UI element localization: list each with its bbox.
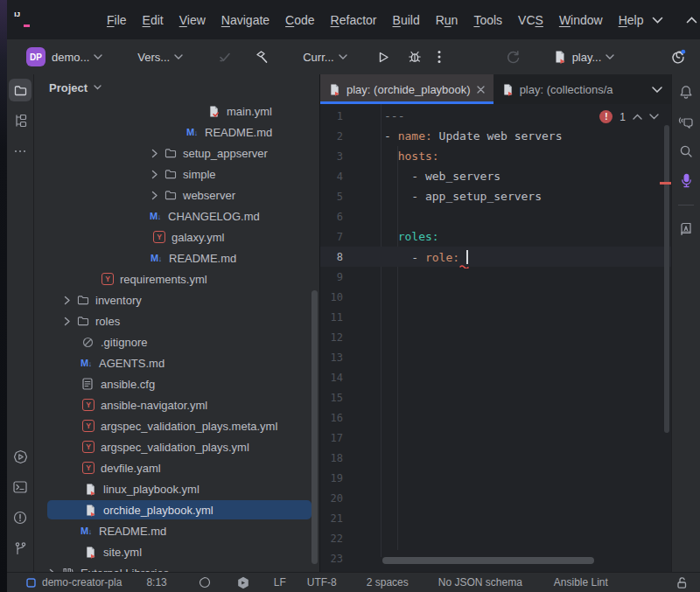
chevron-right-icon[interactable] (64, 296, 77, 305)
menu-code[interactable]: Code (277, 10, 322, 31)
editor-line-8[interactable]: 8 - role: (320, 247, 671, 267)
editor-line-20[interactable]: 20 (320, 488, 671, 508)
chevron-down-icon[interactable] (339, 54, 347, 59)
editor-line-19[interactable]: 19 (320, 468, 671, 488)
tree-item-site-yml[interactable]: site.yml (34, 541, 319, 562)
project-scrollbar[interactable] (312, 290, 318, 564)
tab-collections-playbook[interactable]: play: (collections/a (494, 74, 622, 104)
tree-item-orchide-playbook-yml[interactable]: orchide_playbook.yml (34, 499, 319, 520)
kebab-icon[interactable] (438, 50, 441, 64)
structure-icon[interactable] (9, 109, 32, 132)
chevron-right-icon[interactable] (64, 317, 77, 326)
project-panel-header[interactable]: Project (34, 74, 319, 101)
menu-view[interactable]: View (172, 10, 214, 31)
close-icon[interactable] (477, 86, 485, 94)
tree-item-roles[interactable]: roles (34, 310, 319, 331)
error-stripe-mark[interactable] (660, 182, 671, 185)
tree-item-inventory[interactable]: inventory (34, 289, 319, 310)
run-tool-icon[interactable] (9, 445, 32, 468)
dictionary-icon[interactable] (679, 222, 693, 236)
editor-line-15[interactable]: 15 (320, 387, 671, 407)
tree-item-argspec-validation-plays-yml[interactable]: Yargspec_validation_plays.yml (34, 436, 319, 457)
project-widget-label[interactable]: demo... (52, 51, 89, 64)
chevron-right-icon[interactable] (151, 149, 164, 158)
chevron-down-icon[interactable] (606, 54, 614, 59)
tree-item-agents-md[interactable]: M↓AGENTS.md (34, 352, 319, 373)
menu-refactor[interactable]: Refactor (323, 10, 385, 31)
more-icon[interactable] (9, 140, 32, 163)
editor-line-9[interactable]: 9 (320, 267, 671, 287)
editor-horizontal-scrollbar[interactable] (382, 557, 594, 564)
status-project-widget[interactable]: demo-creator-pla (26, 576, 122, 589)
inspection-widget[interactable]: ! 1 (599, 110, 659, 123)
tree-item-ansible-navigator-yml[interactable]: Yansible-navigator.yml (34, 394, 319, 415)
search-icon[interactable] (679, 144, 693, 158)
ai-assistant-icon[interactable] (670, 49, 686, 65)
git-branch-icon[interactable] (9, 537, 32, 560)
chevron-down-icon[interactable] (649, 114, 659, 120)
file-encoding[interactable]: UTF-8 (307, 576, 337, 589)
tree-item-argspec-validation-plays-meta-yml[interactable]: Yargspec_validation_plays.meta.yml (34, 415, 319, 436)
menu-vcs[interactable]: VCS (510, 10, 551, 31)
hammer-icon[interactable] (255, 50, 270, 65)
json-schema-widget[interactable]: No JSON schema (438, 576, 522, 589)
tree-item-galaxy-yml[interactable]: Ygalaxy.yml (34, 226, 319, 247)
mic-icon[interactable] (680, 173, 693, 188)
tree-item-main-yml[interactable]: main.yml (34, 101, 319, 122)
ai-chat-icon[interactable] (678, 115, 694, 129)
indent-setting[interactable]: 2 spaces (367, 576, 409, 589)
problems-icon[interactable] (9, 506, 32, 529)
project-tool-button[interactable] (9, 79, 32, 101)
tree-item-external-libraries[interactable]: External Libraries (34, 562, 319, 572)
tree-item-ansible-cfg[interactable]: ansible.cfg (34, 373, 319, 394)
tree-item-webserver[interactable]: webserver (34, 185, 319, 205)
editor-line-12[interactable]: 12 (320, 327, 671, 347)
tree-item-readme-md[interactable]: M↓README.md (34, 520, 319, 541)
menu-tools[interactable]: Tools (466, 10, 510, 31)
chevron-up-icon[interactable] (686, 17, 697, 24)
editor-line-2[interactable]: 2- name: Update web servers (320, 126, 671, 146)
chevron-down-icon[interactable] (652, 17, 663, 24)
editor-line-7[interactable]: 7 roles: (320, 226, 671, 247)
caret-position[interactable]: 8:13 (146, 576, 166, 589)
code-editor[interactable]: 1---2- name: Update web servers3 hosts:4… (320, 104, 671, 572)
terminal-icon[interactable] (9, 476, 32, 498)
menu-file[interactable]: File (99, 10, 135, 31)
chevron-right-icon[interactable] (151, 191, 164, 200)
editor-line-3[interactable]: 3 hosts: (320, 146, 671, 166)
ansible-lint-widget[interactable]: Ansible Lint (554, 576, 608, 589)
menu-build[interactable]: Build (385, 10, 428, 31)
editor-line-21[interactable]: 21 (320, 508, 671, 528)
editor-line-4[interactable]: 4 - web_servers (320, 166, 671, 186)
debug-icon[interactable] (408, 50, 422, 64)
editor-vertical-scrollbar[interactable] (664, 125, 669, 433)
menu-edit[interactable]: Edit (135, 10, 172, 31)
editor-line-6[interactable]: 6 (320, 206, 671, 226)
current-file-label[interactable]: play... (572, 51, 602, 64)
editor-line-5[interactable]: 5 - app_setup_servers (320, 186, 671, 206)
run-icon[interactable] (377, 51, 390, 64)
tab-orchide-playbook[interactable]: play: (orchide_playbook) (320, 74, 494, 104)
chevron-down-icon[interactable] (94, 54, 102, 59)
tree-item-gitignore[interactable]: .gitignore (34, 331, 319, 352)
editor-line-22[interactable]: 22 (320, 528, 671, 548)
chevron-down-icon[interactable] (652, 87, 662, 93)
editor-line-17[interactable]: 17 (320, 428, 671, 448)
menu-help[interactable]: Help (611, 10, 652, 31)
chevron-down-icon[interactable] (174, 54, 183, 59)
chevron-right-icon[interactable] (151, 170, 164, 179)
editor-line-13[interactable]: 13 (320, 347, 671, 367)
menu-window[interactable]: Window (551, 10, 611, 31)
package-icon[interactable] (237, 576, 249, 589)
analysis-icon[interactable] (199, 576, 211, 589)
vcs-widget-label[interactable]: Vers... (137, 51, 170, 64)
tree-item-devfile-yaml[interactable]: Ydevfile.yaml (34, 457, 319, 478)
run-config-label[interactable]: Curr... (303, 51, 333, 64)
unlocked-icon[interactable] (676, 576, 688, 589)
tree-item-setup-appserver[interactable]: setup_appserver (34, 143, 319, 164)
editor-line-16[interactable]: 16 (320, 407, 671, 428)
tree-item-linux-playbook-yml[interactable]: linux_playbook.yml (34, 478, 319, 499)
editor-line-18[interactable]: 18 (320, 448, 671, 468)
editor-line-10[interactable]: 10 (320, 287, 671, 307)
tree-item-readme-md[interactable]: M↓README.md (34, 122, 319, 143)
